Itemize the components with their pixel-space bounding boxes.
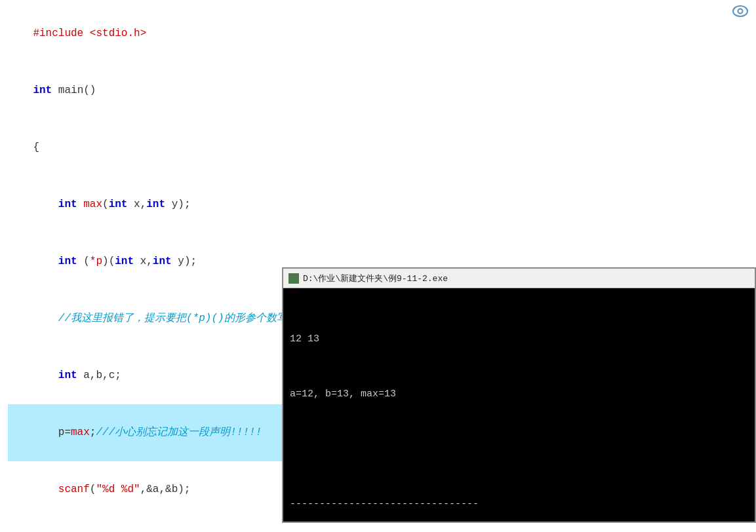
console-window: D:\作业\新建文件夹\例9-11-2.exe 12 13 a=12, b=13…	[282, 267, 756, 523]
console-app-icon	[288, 273, 299, 284]
svg-point-1	[738, 9, 743, 14]
include-directive: #include <stdio.h>	[33, 28, 146, 39]
console-output-line: a=12, b=13, max=13	[290, 385, 748, 404]
console-blank-1	[290, 440, 748, 459]
console-separator: --------------------------------	[290, 495, 748, 514]
svg-point-0	[733, 6, 747, 16]
console-titlebar: D:\作业\新建文件夹\例9-11-2.exe	[283, 269, 755, 288]
console-body: 12 13 a=12, b=13, max=13 ---------------…	[283, 288, 755, 522]
code-line-2: int main()	[8, 62, 748, 119]
console-input-line: 12 13	[290, 330, 748, 349]
kw-int: int	[33, 85, 52, 96]
code-line-1: #include <stdio.h>	[8, 5, 748, 62]
main-func: main()	[52, 85, 96, 96]
eye-icon[interactable]	[732, 5, 748, 22]
code-line-3: {	[8, 119, 748, 176]
console-title: D:\作业\新建文件夹\例9-11-2.exe	[303, 273, 448, 284]
code-line-4: int max(int x,int y);	[8, 176, 748, 233]
